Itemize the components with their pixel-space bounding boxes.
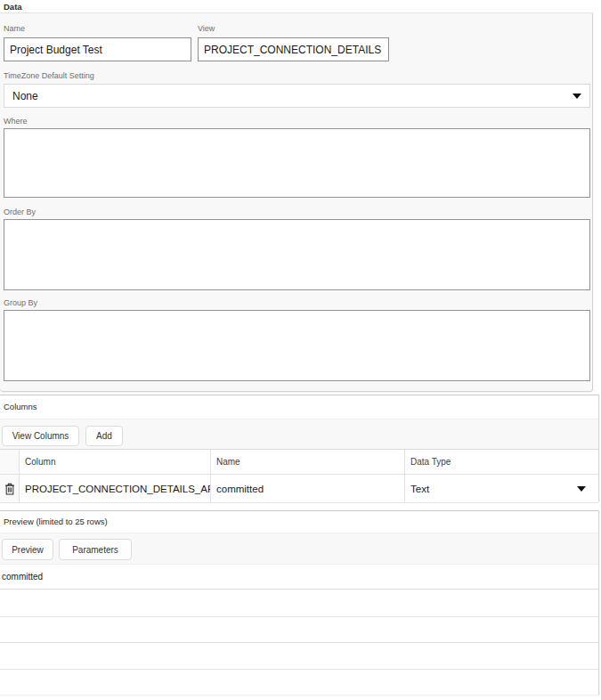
- order-by-textarea[interactable]: [4, 219, 590, 290]
- preview-button-bar: Preview Parameters: [0, 533, 598, 564]
- trash-icon[interactable]: [0, 475, 19, 502]
- columns-table: Column Name Data Type PROJECT_CONNEC: [0, 449, 598, 503]
- columns-button-bar: View Columns Add: [0, 419, 598, 449]
- view-label: View: [198, 25, 215, 33]
- page: Data Name View TimeZone Default Setting …: [0, 0, 601, 700]
- preview-empty-row: [0, 590, 598, 617]
- data-type-selected-value: Text: [410, 484, 429, 494]
- preview-empty-row: [0, 643, 598, 670]
- preview-result-header-row: committed: [0, 564, 598, 590]
- delete-column-header: [0, 450, 20, 475]
- name-input[interactable]: [4, 37, 191, 61]
- preview-section: Preview (limited to 25 rows) Preview Par…: [0, 510, 599, 695]
- table-row: PROJECT_CONNECTION_DETAILS_API committed…: [0, 475, 598, 503]
- name-label: Name: [4, 25, 25, 33]
- preview-empty-row: [0, 617, 598, 643]
- columns-section: Columns View Columns Add Column Name Dat…: [0, 395, 599, 501]
- add-column-button[interactable]: Add: [85, 426, 123, 446]
- row-name-value[interactable]: committed: [211, 475, 405, 503]
- preview-button[interactable]: Preview: [2, 539, 53, 560]
- preview-empty-row: [0, 670, 598, 695]
- timezone-selected-value: None: [12, 90, 38, 102]
- column-header-data-type: Data Type: [405, 450, 598, 475]
- where-label: Where: [4, 118, 28, 126]
- column-header-name: Name: [211, 450, 405, 475]
- timezone-label: TimeZone Default Setting: [4, 72, 94, 80]
- group-by-label: Group By: [4, 299, 37, 307]
- where-textarea[interactable]: [4, 128, 590, 198]
- group-by-textarea[interactable]: [4, 310, 590, 381]
- column-header-column: Column: [20, 450, 211, 475]
- chevron-down-icon: [577, 486, 586, 492]
- order-by-label: Order By: [4, 208, 36, 216]
- row-column-value[interactable]: PROJECT_CONNECTION_DETAILS_API: [20, 475, 211, 503]
- chevron-down-icon: [573, 94, 581, 99]
- data-section-title: Data: [4, 3, 22, 12]
- columns-table-header-row: Column Name Data Type: [0, 450, 598, 475]
- delete-row-cell: [0, 475, 20, 503]
- view-input[interactable]: [198, 37, 389, 61]
- preview-result-header-committed: committed: [2, 572, 43, 582]
- data-section-body: Name View TimeZone Default Setting None …: [0, 13, 593, 392]
- parameters-button[interactable]: Parameters: [59, 539, 132, 560]
- view-columns-button[interactable]: View Columns: [2, 426, 79, 446]
- columns-section-title: Columns: [4, 403, 37, 411]
- row-data-type-select[interactable]: Text: [405, 475, 598, 503]
- preview-section-title: Preview (limited to 25 rows): [4, 517, 108, 526]
- timezone-select[interactable]: None: [4, 84, 590, 108]
